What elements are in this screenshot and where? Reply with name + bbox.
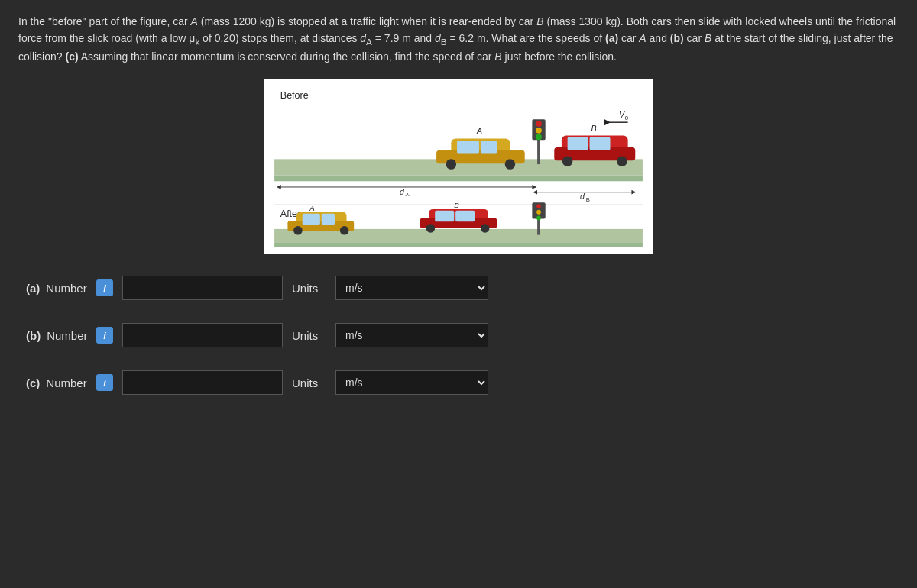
number-input-c[interactable] <box>122 370 283 395</box>
svg-text:d: d <box>400 187 405 196</box>
svg-point-37 <box>293 226 303 235</box>
svg-text:Before: Before <box>280 91 309 102</box>
svg-point-44 <box>536 204 541 208</box>
figure-svg: Before <box>271 86 646 247</box>
svg-rect-2 <box>274 176 643 182</box>
svg-point-38 <box>340 226 349 235</box>
units-label-c: Units <box>292 376 326 389</box>
svg-rect-51 <box>435 211 454 221</box>
answer-letter-b: (b) <box>26 329 41 342</box>
svg-point-6 <box>505 160 515 170</box>
svg-rect-52 <box>455 211 475 221</box>
figure-box: Before <box>264 79 653 254</box>
info-badge-b[interactable]: i <box>96 327 113 344</box>
units-select-c[interactable]: m/s km/h ft/s <box>335 370 488 395</box>
svg-text:0: 0 <box>625 115 628 122</box>
svg-point-46 <box>536 216 541 221</box>
answer-row-c: (c) Number i Units m/s km/h ft/s <box>26 370 899 395</box>
svg-rect-7 <box>457 141 479 154</box>
info-badge-c[interactable]: i <box>96 374 113 391</box>
answer-letter-c: (c) <box>26 376 40 389</box>
units-select-a[interactable]: m/s km/h ft/s <box>335 276 488 300</box>
svg-text:B: B <box>586 197 590 204</box>
svg-point-17 <box>617 157 627 166</box>
answer-word-a: Number <box>46 282 86 295</box>
svg-text:A: A <box>476 126 482 135</box>
figure-container: Before <box>18 79 899 254</box>
svg-point-50 <box>481 224 490 233</box>
number-input-a[interactable] <box>122 276 283 300</box>
svg-rect-34 <box>274 243 643 248</box>
svg-point-13 <box>536 134 542 141</box>
answer-row-b: (b) Number i Units m/s km/h ft/s <box>26 323 899 347</box>
units-label-a: Units <box>292 282 326 295</box>
answer-letter-a: (a) <box>26 282 40 295</box>
svg-point-11 <box>536 121 542 128</box>
number-input-b[interactable] <box>122 323 283 347</box>
svg-point-45 <box>536 210 541 215</box>
svg-text:B: B <box>454 201 459 209</box>
answer-label-a: (a) Number <box>26 282 87 295</box>
svg-text:A: A <box>406 192 410 199</box>
answer-label-b: (b) Number <box>26 329 87 342</box>
svg-point-5 <box>446 160 456 170</box>
svg-rect-18 <box>568 137 588 150</box>
svg-rect-19 <box>590 137 611 150</box>
info-badge-a[interactable]: i <box>96 279 113 296</box>
svg-point-49 <box>426 224 436 233</box>
answer-word-b: Number <box>47 329 87 342</box>
svg-rect-8 <box>481 141 497 154</box>
svg-rect-40 <box>322 214 335 225</box>
answer-label-c: (c) Number <box>26 376 87 389</box>
svg-point-16 <box>562 157 572 166</box>
svg-text:A: A <box>309 204 314 212</box>
problem-text: In the "before" part of the figure, car … <box>18 14 897 65</box>
svg-text:d: d <box>580 192 585 202</box>
answer-word-c: Number <box>46 376 86 389</box>
svg-point-12 <box>536 128 542 134</box>
units-select-b[interactable]: m/s km/h ft/s <box>335 323 488 347</box>
answers-section: (a) Number i Units m/s km/h ft/s (b) Num… <box>18 276 899 395</box>
svg-rect-39 <box>303 214 320 225</box>
units-label-b: Units <box>292 329 326 342</box>
answer-row-a: (a) Number i Units m/s km/h ft/s <box>26 276 899 300</box>
svg-text:B: B <box>591 124 596 133</box>
